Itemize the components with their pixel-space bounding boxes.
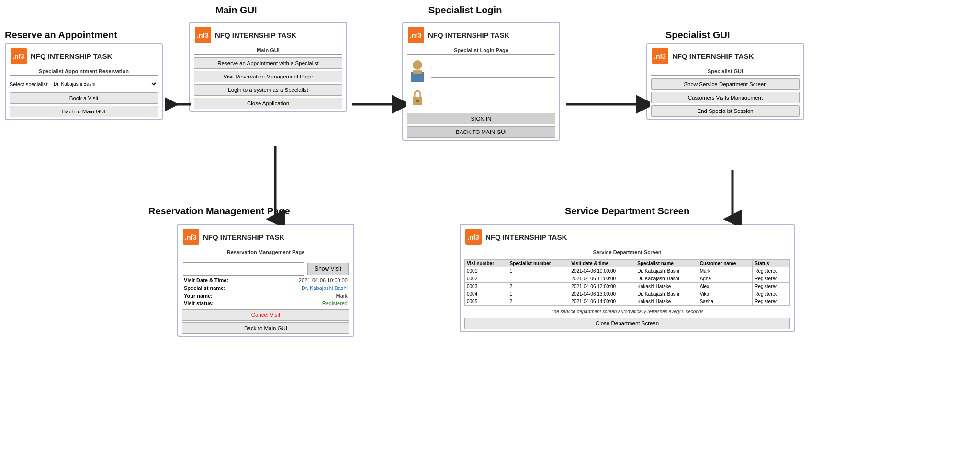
arrow-main-to-login: [349, 90, 406, 119]
reserve-logo: .nf3: [11, 48, 27, 64]
reservation-mgmt-card: .nf3 NFQ INTERNSHIP TASK Reservation Man…: [177, 224, 354, 337]
show-service-dept-button[interactable]: Show Service Department Screen: [651, 78, 800, 90]
password-input[interactable]: [431, 94, 555, 104]
your-name-value: Mark: [336, 293, 348, 299]
service-dept-section-label: Service Department Screen: [565, 206, 689, 217]
end-specialist-session-button[interactable]: End Specialist Session: [651, 105, 800, 117]
specialist-login-title: NFQ INTERNSHIP TASK: [428, 31, 509, 39]
visit-status-value: Registered: [322, 300, 348, 306]
table-row: 000212021-04-06 11:00:00Dr. Kabajashi Ba…: [465, 275, 790, 283]
arrow-gui-to-service-dept: [718, 167, 747, 225]
arrow-login-to-gui: [564, 90, 650, 119]
service-dept-table: Visi number Specialist number Visit date…: [464, 259, 790, 306]
service-dept-title: NFQ INTERNSHIP TASK: [485, 233, 567, 241]
svg-text:.nf3: .nf3: [12, 53, 24, 60]
show-visit-button[interactable]: Show Visit: [307, 263, 349, 275]
book-visit-button[interactable]: Book a Visit: [10, 92, 158, 104]
col-specialist-number: Specialist number: [507, 260, 569, 267]
reserve-appointment-button[interactable]: Reserve an Appointment with a Specialist: [194, 57, 342, 69]
service-dept-logo: .nf3: [465, 229, 482, 245]
user-icon: [407, 59, 428, 85]
service-dept-subtitle: Service Department Screen: [461, 247, 794, 256]
svg-text:.nf3: .nf3: [467, 233, 479, 241]
lock-icon: [407, 89, 428, 109]
visit-date-label: Visit Date & Time:: [184, 277, 228, 283]
service-dept-header: .nf3 NFQ INTERNSHIP TASK: [461, 225, 794, 247]
reservation-mgmt-logo: .nf3: [183, 229, 199, 245]
service-dept-card: .nf3 NFQ INTERNSHIP TASK Service Departm…: [460, 224, 795, 332]
visit-number-input[interactable]: [183, 262, 304, 276]
reservation-back-button[interactable]: Back to Main GUI: [182, 322, 349, 334]
main-gui-section-label: Main GUI: [215, 5, 257, 16]
svg-text:.nf3: .nf3: [185, 233, 197, 241]
dept-refresh-note: The service department screen automatica…: [461, 308, 794, 316]
reserve-subtitle: Specialist Appointment Reservation: [6, 66, 162, 75]
specialist-login-section-label: Specialist Login: [428, 5, 502, 16]
main-gui-title: NFQ INTERNSHIP TASK: [215, 31, 296, 39]
svg-text:.nf3: .nf3: [654, 53, 666, 60]
main-gui-header: .nf3 NFQ INTERNSHIP TASK: [190, 23, 346, 45]
specialist-gui-card: .nf3 NFQ INTERNSHIP TASK Specialist GUI …: [646, 43, 804, 120]
col-visit-datetime: Visit date & time: [569, 260, 635, 267]
specialist-name-label: Specialist name:: [184, 285, 225, 291]
show-visit-row: Show Visit: [178, 259, 353, 277]
reserve-card-title: NFQ INTERNSHIP TASK: [31, 52, 112, 60]
specialist-name-value: Dr. Kabajashi Bashi: [302, 285, 348, 291]
visit-date-value: 2021-04-06 10:00:00: [299, 277, 348, 283]
svg-text:.nf3: .nf3: [197, 32, 209, 39]
col-customer-name: Customer name: [698, 260, 753, 267]
specialist-select-row: Select specialist: Dr. Kabajashi Bashi: [6, 78, 162, 90]
reservation-mgmt-header: .nf3 NFQ INTERNSHIP TASK: [178, 225, 353, 247]
visit-status-label: Visit status:: [184, 300, 214, 306]
specialist-select[interactable]: Dr. Kabajashi Bashi: [51, 80, 158, 88]
reservation-mgmt-subtitle: Reservation Management Page: [178, 247, 353, 256]
sign-in-button[interactable]: SIGN IN: [407, 113, 555, 124]
customers-visits-button[interactable]: Customers Visits Management: [651, 92, 800, 103]
your-name-row: Your name: Mark: [178, 292, 353, 299]
main-gui-logo: .nf3: [195, 27, 211, 43]
specialist-login-subtitle: Specialist Login Page: [403, 45, 559, 54]
specialist-gui-section-label: Specialist GUI: [665, 30, 730, 41]
reserve-card-header: .nf3 NFQ INTERNSHIP TASK: [6, 44, 162, 66]
main-gui-card: .nf3 NFQ INTERNSHIP TASK Main GUI Reserv…: [189, 22, 347, 112]
close-dept-screen-button[interactable]: Close Department Screen: [464, 318, 790, 329]
login-specialist-button[interactable]: Login to a system as a Specialist: [194, 84, 342, 96]
arrow-main-to-reservation: [261, 144, 290, 225]
reserve-section-label: Reserve an Appointment: [5, 30, 117, 41]
login-username-row: [403, 57, 559, 87]
visit-date-row: Visit Date & Time: 2021-04-06 10:00:00: [178, 277, 353, 284]
cancel-visit-button[interactable]: Cancel Visit: [182, 309, 349, 321]
svg-rect-5: [413, 70, 422, 74]
arrow-main-to-reserve: [165, 90, 193, 119]
col-visi-number: Visi number: [465, 260, 507, 267]
svg-text:.nf3: .nf3: [410, 32, 422, 39]
reservation-mgmt-title: NFQ INTERNSHIP TASK: [203, 233, 284, 241]
svg-point-3: [413, 60, 422, 70]
table-row: 000412021-04-06 13:00:00Dr. Kabajashi Ba…: [465, 290, 790, 298]
col-status: Status: [753, 260, 790, 267]
username-input[interactable]: [431, 67, 555, 78]
login-password-row: [403, 87, 559, 111]
table-row: 000322021-04-06 12:00:00Kakashi HatakeAl…: [465, 283, 790, 290]
reserve-card: .nf3 NFQ INTERNSHIP TASK Specialist Appo…: [5, 43, 163, 120]
specialist-name-row: Specialist name: Dr. Kabajashi Bashi: [178, 284, 353, 292]
visit-status-row: Visit status: Registered: [178, 299, 353, 307]
specialist-gui-subtitle: Specialist GUI: [647, 66, 803, 75]
your-name-label: Your name:: [184, 293, 213, 299]
close-app-button[interactable]: Close Application: [194, 98, 342, 109]
specialist-gui-logo: .nf3: [652, 48, 668, 64]
specialist-login-logo: .nf3: [408, 27, 424, 43]
col-specialist-name: Specialist name: [635, 260, 698, 267]
table-row: 000522021-04-06 14:00:00Kakashi HatakeSa…: [465, 298, 790, 306]
diagram-container: Reserve an Appointment Main GUI Speciali…: [0, 0, 980, 454]
reserve-back-button[interactable]: Bach to Main GUI: [10, 106, 158, 117]
table-header-row: Visi number Specialist number Visit date…: [465, 260, 790, 267]
select-label: Select specialist:: [10, 81, 49, 87]
visit-reservation-button[interactable]: Visit Reservation Management Page: [194, 71, 342, 82]
specialist-login-card: .nf3 NFQ INTERNSHIP TASK Specialist Logi…: [402, 22, 560, 141]
specialist-gui-header: .nf3 NFQ INTERNSHIP TASK: [647, 44, 803, 66]
main-gui-subtitle: Main GUI: [190, 45, 346, 54]
specialist-gui-title: NFQ INTERNSHIP TASK: [672, 52, 754, 60]
svg-point-7: [416, 100, 419, 102]
login-back-button[interactable]: BACK TO MAIN GUI: [407, 126, 555, 138]
